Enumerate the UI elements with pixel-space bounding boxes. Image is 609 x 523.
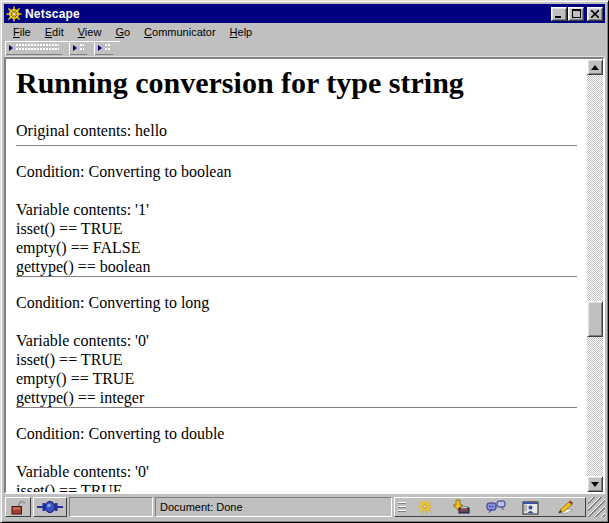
scroll-down-icon bbox=[591, 482, 599, 487]
toolbar-grip-dots bbox=[105, 44, 110, 52]
empty-line: empty() == FALSE bbox=[16, 238, 577, 257]
inbox-button[interactable] bbox=[444, 498, 479, 516]
maximize-icon bbox=[572, 9, 581, 18]
scroll-up-icon bbox=[591, 65, 599, 70]
menu-help[interactable]: Help bbox=[223, 24, 260, 41]
scroll-up-button[interactable] bbox=[587, 59, 603, 75]
menubar: File Edit View Go Communicator Help bbox=[4, 24, 605, 41]
close-icon bbox=[591, 10, 599, 18]
netscape-window: Netscape File Edit View Go Communicator … bbox=[0, 0, 609, 523]
variable-contents-line: Variable contents: '1' bbox=[16, 200, 577, 219]
result-block: Variable contents: '0' isset() == TRUE bbox=[16, 462, 577, 492]
condition-line: Condition: Converting to long bbox=[16, 293, 577, 312]
section-divider bbox=[16, 145, 577, 147]
expand-arrow-icon bbox=[98, 45, 102, 51]
inbox-icon bbox=[452, 499, 470, 515]
navigator-button[interactable] bbox=[409, 498, 444, 516]
condition-line: Condition: Converting to boolean bbox=[16, 162, 577, 181]
empty-line: empty() == TRUE bbox=[16, 369, 577, 388]
window-title: Netscape bbox=[25, 7, 550, 21]
result-block: Variable contents: '1' isset() == TRUE e… bbox=[16, 200, 577, 276]
original-contents-line: Original contents: hello bbox=[16, 121, 577, 140]
scrollbar-thumb[interactable] bbox=[587, 301, 603, 337]
security-button[interactable] bbox=[5, 497, 31, 517]
vertical-scrollbar[interactable] bbox=[587, 59, 603, 492]
netscape-logo-icon[interactable] bbox=[6, 6, 22, 22]
expand-arrow-icon bbox=[73, 45, 77, 51]
online-plug-icon bbox=[37, 501, 63, 513]
web-page: Running conversion for type string Origi… bbox=[6, 59, 587, 492]
titlebar[interactable]: Netscape bbox=[4, 4, 605, 23]
menu-view[interactable]: View bbox=[71, 24, 109, 41]
gettype-line: gettype() == integer bbox=[16, 388, 577, 407]
toolbar-grip-dots bbox=[80, 44, 84, 52]
navigator-wheel-icon bbox=[417, 499, 435, 515]
menu-file[interactable]: File bbox=[6, 24, 38, 41]
collapsed-location-toolbar-tab[interactable] bbox=[69, 41, 94, 55]
browser-viewport: Running conversion for type string Origi… bbox=[4, 57, 605, 494]
online-status-button[interactable] bbox=[33, 497, 67, 517]
variable-contents-line: Variable contents: '0' bbox=[16, 462, 577, 481]
minimize-icon bbox=[555, 10, 563, 18]
composer-pen-icon bbox=[556, 500, 575, 515]
discussions-bubbles-icon bbox=[486, 500, 506, 515]
section-divider bbox=[16, 276, 577, 278]
minimize-button[interactable] bbox=[551, 7, 567, 21]
expand-arrow-icon bbox=[9, 45, 13, 51]
toolbar-strip bbox=[4, 41, 605, 57]
isset-line: isset() == TRUE bbox=[16, 219, 577, 238]
discussions-button[interactable] bbox=[479, 498, 514, 516]
window-resize-grip[interactable] bbox=[588, 497, 605, 517]
component-bar bbox=[394, 497, 586, 517]
variable-contents-line: Variable contents: '0' bbox=[16, 331, 577, 350]
page-heading: Running conversion for type string bbox=[16, 67, 577, 99]
collapsed-personal-toolbar-tab[interactable] bbox=[94, 41, 120, 55]
address-book-icon bbox=[522, 500, 539, 515]
scroll-down-button[interactable] bbox=[587, 476, 603, 492]
section-divider bbox=[16, 407, 577, 409]
statusbar: Document: Done bbox=[4, 495, 605, 519]
menu-go[interactable]: Go bbox=[108, 24, 137, 41]
menu-edit[interactable]: Edit bbox=[38, 24, 71, 41]
collapsed-navigation-toolbar-tab[interactable] bbox=[5, 41, 69, 55]
result-block: Variable contents: '0' isset() == TRUE e… bbox=[16, 331, 577, 407]
composer-button[interactable] bbox=[548, 498, 583, 516]
menu-communicator[interactable]: Communicator bbox=[137, 24, 223, 41]
status-message: Document: Done bbox=[155, 497, 392, 517]
gettype-line: gettype() == boolean bbox=[16, 257, 577, 276]
security-lock-icon bbox=[10, 500, 26, 515]
isset-line: isset() == TRUE bbox=[16, 350, 577, 369]
close-button[interactable] bbox=[587, 7, 603, 21]
progress-meter bbox=[69, 497, 153, 517]
maximize-button[interactable] bbox=[568, 7, 584, 21]
isset-line: isset() == TRUE bbox=[16, 481, 577, 492]
toolbar-grip-dots bbox=[16, 44, 59, 52]
condition-line: Condition: Converting to double bbox=[16, 424, 577, 443]
component-bar-grip[interactable] bbox=[398, 500, 406, 514]
address-book-button[interactable] bbox=[513, 498, 548, 516]
